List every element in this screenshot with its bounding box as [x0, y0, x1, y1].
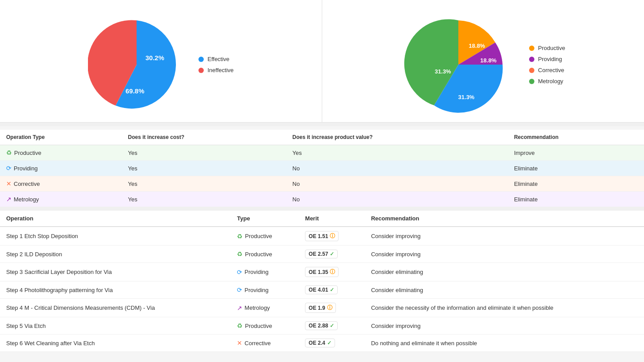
- type-badge: ↗ Metrology: [237, 304, 270, 312]
- table-row: Step 1 Etch Stop Deposition ♻ Productive…: [0, 227, 644, 246]
- legend-metrology: Metrology: [529, 78, 565, 85]
- recommendation-cell: Consider the necessity of the informatio…: [365, 299, 644, 317]
- productive-legend-label: Productive: [538, 45, 565, 51]
- merit-cell: OE 1.51 ⓘ: [299, 227, 365, 246]
- merit-value: OE 2.57: [309, 251, 328, 257]
- recommendation-cell: Eliminate: [508, 161, 644, 176]
- type-cell: ✕ Corrective: [231, 335, 299, 352]
- divider-1: [0, 123, 644, 126]
- left-pie-container: 69.8% 30.2% Effective Ineffective: [88, 16, 233, 113]
- recommendation-cell: Improve: [508, 145, 644, 161]
- type-label: Corrective: [244, 340, 271, 347]
- type-badge: ⟳ Providing: [237, 269, 268, 276]
- op-types-section: Operation Type Does it increase cost? Do…: [0, 130, 644, 207]
- type-icon: ♻: [237, 250, 243, 258]
- divider-2: [0, 207, 644, 211]
- op-type-cell: ⟳ Providing: [0, 161, 122, 176]
- type-icon: ⟳: [237, 286, 242, 293]
- increase-cost-cell: Yes: [122, 161, 286, 176]
- type-icon: ♻: [237, 322, 243, 329]
- type-name: Productive: [14, 150, 41, 156]
- legend-providing: Providing: [529, 56, 565, 62]
- merit-check-icon: ✓: [330, 287, 334, 293]
- operations-header-row: Operation Type Merit Recommendation: [0, 211, 644, 227]
- merit-badge: OE 1.35 ⓘ: [305, 267, 339, 277]
- op-type-row: ✕ Corrective Yes No Eliminate: [0, 176, 644, 192]
- recommendation-cell: Consider improving: [365, 317, 644, 335]
- recommendation-cell: Consider improving: [365, 227, 644, 246]
- merit-cell: OE 2.88 ✓: [299, 317, 365, 335]
- merit-info-icon: ⓘ: [330, 232, 335, 240]
- ineffective-label: 30.2%: [145, 54, 164, 62]
- increase-value-cell: No: [286, 161, 508, 176]
- operation-name-cell: Step 5 Via Etch: [0, 317, 231, 335]
- increase-cost-cell: Yes: [122, 145, 286, 161]
- recommendation-cell: Eliminate: [508, 176, 644, 192]
- operation-name-cell: Step 1 Etch Stop Deposition: [0, 227, 231, 246]
- op-type-cell: ✕ Corrective: [0, 176, 122, 192]
- merit-value: OE 4.01: [309, 287, 328, 293]
- col-recommendation-2: Recommendation: [365, 211, 644, 227]
- merit-cell: OE 1.35 ⓘ: [299, 263, 365, 281]
- type-label: Productive: [245, 251, 272, 258]
- increase-cost-cell: Yes: [122, 176, 286, 192]
- operation-name-cell: Step 2 ILD Deposition: [0, 246, 231, 263]
- type-icon: ♻: [6, 149, 12, 156]
- providing-pct: 18.8%: [480, 57, 497, 64]
- operations-table: Operation Type Merit Recommendation Step…: [0, 211, 644, 352]
- effective-label: 69.8%: [126, 87, 145, 95]
- operations-section: Operation Type Merit Recommendation Step…: [0, 211, 644, 352]
- type-label: Metrology: [244, 304, 270, 311]
- recommendation-cell: Consider eliminating: [365, 263, 644, 281]
- merit-badge: OE 1.51 ⓘ: [305, 231, 339, 241]
- corrective-legend-label: Corrective: [538, 67, 564, 73]
- merit-cell: OE 2.4 ✓: [299, 335, 365, 352]
- type-icon: ♻: [237, 233, 243, 240]
- legend-corrective: Corrective: [529, 67, 565, 73]
- effective-label-text: Effective: [207, 56, 229, 62]
- providing-legend-dot: [529, 57, 534, 62]
- right-legend: Productive Providing Corrective Metrolog…: [529, 45, 565, 85]
- type-badge: ♻ Productive: [237, 322, 272, 329]
- operation-name-cell: Step 3 Sacrificial Layer Deposition for …: [0, 263, 231, 281]
- op-types-header-row: Operation Type Does it increase cost? Do…: [0, 130, 644, 145]
- left-legend: Effective Ineffective: [198, 56, 233, 73]
- type-badge: ♻ Productive: [237, 233, 272, 240]
- type-icon: ⟳: [237, 269, 242, 276]
- merit-cell: OE 4.01 ✓: [299, 281, 365, 299]
- type-cell: ♻ Productive: [231, 317, 299, 335]
- legend-ineffective: Ineffective: [198, 67, 233, 73]
- operation-name-cell: Step 4 Photolithography patterning for V…: [0, 281, 231, 299]
- col-increase-cost: Does it increase cost?: [122, 130, 286, 145]
- type-name: Metrology: [14, 196, 39, 203]
- merit-check-icon: ✓: [327, 340, 332, 346]
- merit-value: OE 1.9: [309, 305, 325, 311]
- merit-value: OE 1.35: [309, 269, 328, 275]
- type-cell: ♻ Productive: [231, 246, 299, 263]
- merit-badge: OE 4.01 ✓: [305, 285, 338, 294]
- type-icon: ✕: [6, 180, 11, 187]
- type-icon: ↗: [6, 196, 11, 203]
- type-icon: ↗: [237, 304, 242, 312]
- type-badge: ⟳ Providing: [6, 165, 38, 172]
- right-chart-panel: 18.8% 18.8% 31.3% 31.3% Productive Provi…: [322, 0, 644, 122]
- recommendation-cell: Consider improving: [365, 246, 644, 263]
- merit-badge: OE 2.4 ✓: [305, 339, 335, 347]
- recommendation-cell: Eliminate: [508, 192, 644, 207]
- operation-name-cell: Step 4 M - Critical Dimensions Measureme…: [0, 299, 231, 317]
- merit-info-icon: ⓘ: [327, 304, 332, 312]
- type-label: Providing: [244, 269, 268, 275]
- type-icon: ⟳: [6, 165, 11, 172]
- productive-pct: 18.8%: [469, 42, 485, 49]
- merit-value: OE 2.4: [309, 340, 325, 346]
- type-badge: ✕ Corrective: [237, 339, 271, 347]
- merit-badge: OE 2.88 ✓: [305, 321, 338, 330]
- table-row: Step 6 Wet Cleaning after Via Etch ✕ Cor…: [0, 335, 644, 352]
- effective-dot: [198, 57, 204, 62]
- op-types-table: Operation Type Does it increase cost? Do…: [0, 130, 644, 207]
- merit-value: OE 1.51: [309, 233, 328, 239]
- increase-cost-cell: Yes: [122, 192, 286, 207]
- type-label: Providing: [244, 287, 268, 293]
- ineffective-dot: [198, 68, 204, 73]
- operation-name-cell: Step 6 Wet Cleaning after Via Etch: [0, 335, 231, 352]
